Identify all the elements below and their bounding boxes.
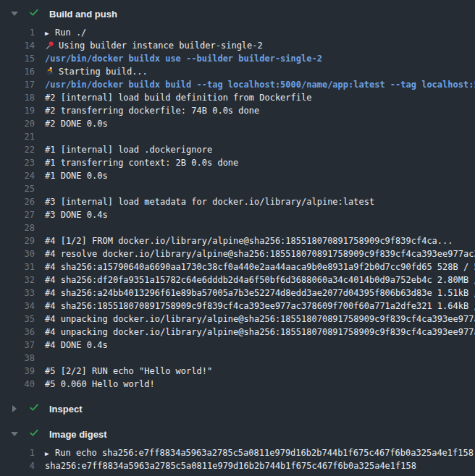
line-number[interactable]: 27 <box>0 208 35 221</box>
line-number[interactable]: 34 <box>0 299 35 313</box>
log-line: 16Starting build... <box>0 65 475 78</box>
log-text-content: #4 sha256:a15790640a6690aa1730c38cf0a440… <box>45 262 475 272</box>
log-text-content: #3 DONE 0.4s <box>45 210 108 220</box>
log-line: 37#4 DONE 0.4s <box>0 339 475 352</box>
line-number[interactable]: 22 <box>0 143 35 156</box>
log-text-content: #1 transferring context: 2B 0.0s done <box>45 158 238 168</box>
log-line: 27#3 DONE 0.4s <box>0 208 475 221</box>
log-text-content: #4 [1/2] FROM docker.io/library/alpine@s… <box>45 236 453 246</box>
line-number[interactable]: 31 <box>0 260 35 273</box>
log-line: 26#3 [internal] load metadata for docker… <box>0 195 475 208</box>
log-text: #5 [2/2] RUN echo "Hello world!" <box>45 365 212 378</box>
expand-arrow-icon[interactable]: ▶ <box>45 27 55 39</box>
log-text-content: /usr/bin/docker buildx use --builder bui… <box>45 54 322 64</box>
log-text-content: #2 DONE 0.0s <box>45 119 108 129</box>
line-number[interactable]: 1 <box>0 26 35 39</box>
line-number[interactable]: 15 <box>0 52 35 65</box>
log-line: 15/usr/bin/docker buildx use --builder b… <box>0 52 475 65</box>
log-text: sha256:e7ff8834a5963a2785c5a0811e979d16b… <box>45 459 416 472</box>
log-text-content: #4 unpacking docker.io/library/alpine@sh… <box>45 327 475 337</box>
log-text-content: Run echo sha256:e7ff8834a5963a2785c5a081… <box>55 448 474 458</box>
section-title: Image digest <box>49 429 106 440</box>
log-text-content: #5 0.060 Hello world! <box>45 379 155 389</box>
log-text: #4 unpacking docker.io/library/alpine@sh… <box>45 313 475 326</box>
log-line: 18#2 [internal] load build definition fr… <box>0 91 475 104</box>
log-line: 24#1 DONE 0.0s <box>0 169 475 182</box>
line-number[interactable]: 29 <box>0 234 35 247</box>
log-line: 14Using builder instance builder-single-… <box>0 39 475 52</box>
chevron-down-icon[interactable] <box>10 12 19 16</box>
line-number[interactable]: 38 <box>0 352 35 365</box>
log-line: 22#1 [internal] load .dockerignore <box>0 143 475 156</box>
log-text: #4 sha256:185518070891758909c9f839cf4ca3… <box>45 299 475 313</box>
section-title: Inspect <box>49 404 83 415</box>
log-text: /usr/bin/docker buildx build --tag local… <box>45 78 475 91</box>
section-header-build-and-push[interactable]: Build and push <box>0 6 475 22</box>
workflow-log: Build and push1▶Run ./14Using builder in… <box>0 0 475 476</box>
expand-arrow-icon[interactable]: ▶ <box>45 447 55 459</box>
success-check-icon <box>19 401 40 416</box>
section-title: Build and push <box>49 9 117 20</box>
log-group-toggle[interactable]: ▶Run ./ <box>45 26 86 39</box>
log-line: 20#2 DONE 0.0s <box>0 117 475 130</box>
line-number[interactable]: 23 <box>0 156 35 169</box>
log-text: #2 DONE 0.0s <box>45 117 108 130</box>
log-text: #4 sha256:a24bb4013296f61e89ba57005a7b3e… <box>45 286 475 299</box>
log-text: #2 [internal] load build definition from… <box>45 91 311 104</box>
line-number[interactable]: 16 <box>0 65 35 78</box>
line-number[interactable]: 25 <box>0 182 35 195</box>
log-text: #5 0.060 Hello world! <box>45 378 155 391</box>
log-line: 31#4 sha256:a15790640a6690aa1730c38cf0a4… <box>0 260 475 273</box>
log-line: 40#5 0.060 Hello world! <box>0 378 475 391</box>
line-number[interactable]: 1 <box>0 446 35 459</box>
runner-icon <box>45 67 59 77</box>
line-number[interactable]: 33 <box>0 286 35 299</box>
log-line: 4sha256:e7ff8834a5963a2785c5a0811e979d16… <box>0 459 475 472</box>
log-text-content: #4 sha256:df20fa9351a15782c64e6dddb2d4a6… <box>45 275 475 285</box>
line-number[interactable]: 36 <box>0 326 35 339</box>
log-text: #4 unpacking docker.io/library/alpine@sh… <box>45 326 475 339</box>
log-text-content: #2 [internal] load build definition from… <box>45 93 311 103</box>
line-number[interactable]: 26 <box>0 195 35 208</box>
log-text: #4 DONE 0.4s <box>45 339 108 352</box>
line-number[interactable]: 28 <box>0 221 35 234</box>
chevron-right-icon[interactable] <box>10 405 19 412</box>
log-line: 28 <box>0 221 475 234</box>
line-number[interactable]: 32 <box>0 273 35 286</box>
log-text-content: Starting build... <box>59 67 148 77</box>
success-check-icon <box>19 7 40 21</box>
log-line: 34#4 sha256:185518070891758909c9f839cf4c… <box>0 299 475 313</box>
log-group-toggle[interactable]: ▶Run echo sha256:e7ff8834a5963a2785c5a08… <box>45 446 474 459</box>
line-number[interactable]: 17 <box>0 78 35 91</box>
log-line: 30#4 resolve docker.io/library/alpine@sh… <box>0 247 475 260</box>
chevron-down-icon[interactable] <box>10 432 19 436</box>
log-text: Starting build... <box>45 65 148 78</box>
pushpin-icon <box>45 41 59 51</box>
log-text-content: #4 resolve docker.io/library/alpine@sha2… <box>45 249 475 259</box>
line-number[interactable]: 19 <box>0 104 35 117</box>
line-number[interactable]: 4 <box>0 459 35 472</box>
section-header-inspect[interactable]: Inspect <box>0 401 475 417</box>
log-block-image-digest: 1▶Run echo sha256:e7ff8834a5963a2785c5a0… <box>0 442 475 476</box>
log-line: 1▶Run echo sha256:e7ff8834a5963a2785c5a0… <box>0 446 475 459</box>
section-header-image-digest[interactable]: Image digest <box>0 426 475 442</box>
line-number[interactable]: 18 <box>0 91 35 104</box>
log-text: #4 resolve docker.io/library/alpine@sha2… <box>45 247 475 260</box>
line-number[interactable]: 21 <box>0 130 35 143</box>
line-number[interactable]: 39 <box>0 365 35 378</box>
log-text: #4 sha256:df20fa9351a15782c64e6dddb2d4a6… <box>45 273 475 286</box>
line-number[interactable]: 14 <box>0 39 35 52</box>
line-number[interactable]: 37 <box>0 339 35 352</box>
line-number[interactable]: 35 <box>0 313 35 326</box>
log-line: 38 <box>0 352 475 365</box>
line-number[interactable]: 40 <box>0 378 35 391</box>
line-number[interactable]: 24 <box>0 169 35 182</box>
log-text: Using builder instance builder-single-2 <box>45 39 263 52</box>
log-text-content: sha256:e7ff8834a5963a2785c5a0811e979d16b… <box>45 461 416 471</box>
log-text-content: #4 sha256:185518070891758909c9f839cf4ca3… <box>45 301 475 311</box>
line-number[interactable]: 30 <box>0 247 35 260</box>
log-text-content: #4 sha256:a24bb4013296f61e89ba57005a7b3e… <box>45 288 475 298</box>
log-line: 17/usr/bin/docker buildx build --tag loc… <box>0 78 475 91</box>
line-number[interactable]: 20 <box>0 117 35 130</box>
log-text-content: Using builder instance builder-single-2 <box>59 41 263 51</box>
